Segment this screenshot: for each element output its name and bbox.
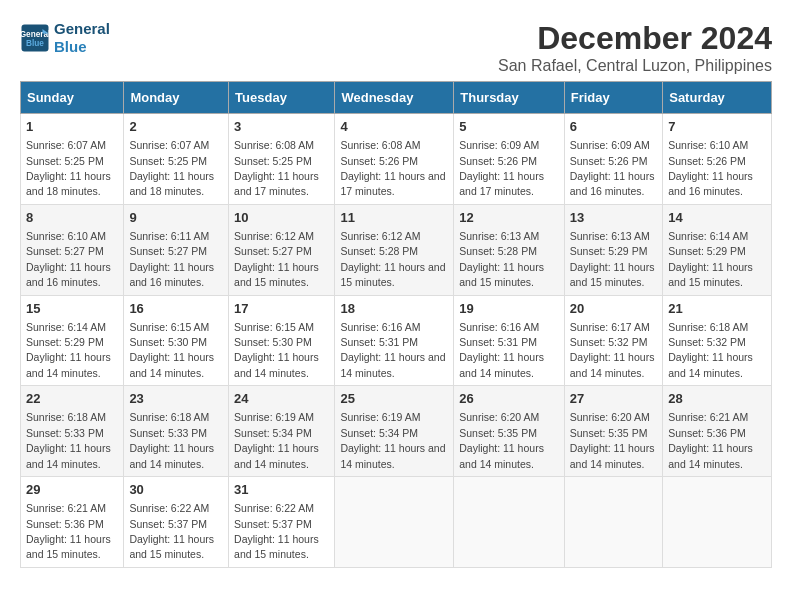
day-number: 3 [234, 118, 329, 136]
day-number: 4 [340, 118, 448, 136]
sunrise-text: Sunrise: 6:08 AM [234, 139, 314, 151]
logo-text: General Blue [54, 20, 110, 56]
day-number: 19 [459, 300, 559, 318]
col-saturday: Saturday [663, 82, 772, 114]
calendar-table: Sunday Monday Tuesday Wednesday Thursday… [20, 81, 772, 568]
calendar-cell: 11 Sunrise: 6:12 AM Sunset: 5:28 PM Dayl… [335, 204, 454, 295]
calendar-week-row: 22 Sunrise: 6:18 AM Sunset: 5:33 PM Dayl… [21, 386, 772, 477]
daylight-text: Daylight: 11 hours and 14 minutes. [234, 442, 319, 469]
sunset-text: Sunset: 5:25 PM [26, 155, 104, 167]
sunrise-text: Sunrise: 6:10 AM [668, 139, 748, 151]
day-number: 21 [668, 300, 766, 318]
sunrise-text: Sunrise: 6:17 AM [570, 321, 650, 333]
sunset-text: Sunset: 5:37 PM [129, 518, 207, 530]
day-number: 9 [129, 209, 223, 227]
sunrise-text: Sunrise: 6:09 AM [570, 139, 650, 151]
day-number: 6 [570, 118, 657, 136]
sunset-text: Sunset: 5:26 PM [570, 155, 648, 167]
sunrise-text: Sunrise: 6:19 AM [340, 411, 420, 423]
sunrise-text: Sunrise: 6:14 AM [668, 230, 748, 242]
calendar-cell: 22 Sunrise: 6:18 AM Sunset: 5:33 PM Dayl… [21, 386, 124, 477]
day-number: 13 [570, 209, 657, 227]
sunrise-text: Sunrise: 6:21 AM [26, 502, 106, 514]
sunrise-text: Sunrise: 6:21 AM [668, 411, 748, 423]
sunrise-text: Sunrise: 6:11 AM [129, 230, 209, 242]
calendar-cell: 30 Sunrise: 6:22 AM Sunset: 5:37 PM Dayl… [124, 477, 229, 568]
col-thursday: Thursday [454, 82, 565, 114]
calendar-cell: 16 Sunrise: 6:15 AM Sunset: 5:30 PM Dayl… [124, 295, 229, 386]
daylight-text: Daylight: 11 hours and 14 minutes. [570, 351, 655, 378]
daylight-text: Daylight: 11 hours and 17 minutes. [459, 170, 544, 197]
sunset-text: Sunset: 5:34 PM [234, 427, 312, 439]
daylight-text: Daylight: 11 hours and 17 minutes. [234, 170, 319, 197]
calendar-cell: 23 Sunrise: 6:18 AM Sunset: 5:33 PM Dayl… [124, 386, 229, 477]
calendar-cell: 5 Sunrise: 6:09 AM Sunset: 5:26 PM Dayli… [454, 114, 565, 205]
daylight-text: Daylight: 11 hours and 15 minutes. [570, 261, 655, 288]
svg-text:Blue: Blue [26, 39, 44, 48]
daylight-text: Daylight: 11 hours and 18 minutes. [26, 170, 111, 197]
sunrise-text: Sunrise: 6:07 AM [129, 139, 209, 151]
day-number: 2 [129, 118, 223, 136]
sunset-text: Sunset: 5:29 PM [570, 245, 648, 257]
daylight-text: Daylight: 11 hours and 15 minutes. [459, 261, 544, 288]
sunset-text: Sunset: 5:36 PM [668, 427, 746, 439]
calendar-cell: 26 Sunrise: 6:20 AM Sunset: 5:35 PM Dayl… [454, 386, 565, 477]
calendar-cell: 13 Sunrise: 6:13 AM Sunset: 5:29 PM Dayl… [564, 204, 662, 295]
sunset-text: Sunset: 5:26 PM [340, 155, 418, 167]
day-number: 16 [129, 300, 223, 318]
sunrise-text: Sunrise: 6:16 AM [340, 321, 420, 333]
calendar-cell: 18 Sunrise: 6:16 AM Sunset: 5:31 PM Dayl… [335, 295, 454, 386]
calendar-cell: 20 Sunrise: 6:17 AM Sunset: 5:32 PM Dayl… [564, 295, 662, 386]
sunrise-text: Sunrise: 6:08 AM [340, 139, 420, 151]
sunrise-text: Sunrise: 6:22 AM [129, 502, 209, 514]
sunset-text: Sunset: 5:33 PM [26, 427, 104, 439]
daylight-text: Daylight: 11 hours and 14 minutes. [26, 442, 111, 469]
daylight-text: Daylight: 11 hours and 15 minutes. [234, 533, 319, 560]
day-number: 7 [668, 118, 766, 136]
day-number: 25 [340, 390, 448, 408]
sunset-text: Sunset: 5:31 PM [459, 336, 537, 348]
daylight-text: Daylight: 11 hours and 14 minutes. [340, 442, 445, 469]
col-tuesday: Tuesday [229, 82, 335, 114]
calendar-cell [454, 477, 565, 568]
calendar-cell [663, 477, 772, 568]
sunset-text: Sunset: 5:28 PM [340, 245, 418, 257]
daylight-text: Daylight: 11 hours and 16 minutes. [26, 261, 111, 288]
day-number: 27 [570, 390, 657, 408]
calendar-cell: 17 Sunrise: 6:15 AM Sunset: 5:30 PM Dayl… [229, 295, 335, 386]
calendar-cell: 2 Sunrise: 6:07 AM Sunset: 5:25 PM Dayli… [124, 114, 229, 205]
sunrise-text: Sunrise: 6:18 AM [129, 411, 209, 423]
day-number: 29 [26, 481, 118, 499]
sunset-text: Sunset: 5:26 PM [668, 155, 746, 167]
day-number: 12 [459, 209, 559, 227]
subtitle: San Rafael, Central Luzon, Philippines [498, 57, 772, 75]
sunrise-text: Sunrise: 6:15 AM [234, 321, 314, 333]
day-number: 1 [26, 118, 118, 136]
daylight-text: Daylight: 11 hours and 14 minutes. [459, 351, 544, 378]
sunrise-text: Sunrise: 6:12 AM [234, 230, 314, 242]
sunrise-text: Sunrise: 6:16 AM [459, 321, 539, 333]
daylight-text: Daylight: 11 hours and 14 minutes. [234, 351, 319, 378]
daylight-text: Daylight: 11 hours and 15 minutes. [340, 261, 445, 288]
day-number: 24 [234, 390, 329, 408]
sunset-text: Sunset: 5:29 PM [668, 245, 746, 257]
sunset-text: Sunset: 5:36 PM [26, 518, 104, 530]
calendar-cell: 15 Sunrise: 6:14 AM Sunset: 5:29 PM Dayl… [21, 295, 124, 386]
col-friday: Friday [564, 82, 662, 114]
calendar-week-row: 15 Sunrise: 6:14 AM Sunset: 5:29 PM Dayl… [21, 295, 772, 386]
sunrise-text: Sunrise: 6:13 AM [459, 230, 539, 242]
day-number: 26 [459, 390, 559, 408]
logo: General Blue General Blue [20, 20, 110, 56]
day-number: 5 [459, 118, 559, 136]
day-number: 17 [234, 300, 329, 318]
calendar-cell: 3 Sunrise: 6:08 AM Sunset: 5:25 PM Dayli… [229, 114, 335, 205]
calendar-cell: 9 Sunrise: 6:11 AM Sunset: 5:27 PM Dayli… [124, 204, 229, 295]
logo-icon: General Blue [20, 23, 50, 53]
page-container: General Blue General Blue December 2024 … [20, 20, 772, 568]
sunrise-text: Sunrise: 6:18 AM [668, 321, 748, 333]
daylight-text: Daylight: 11 hours and 15 minutes. [26, 533, 111, 560]
day-number: 11 [340, 209, 448, 227]
daylight-text: Daylight: 11 hours and 16 minutes. [668, 170, 753, 197]
sunrise-text: Sunrise: 6:14 AM [26, 321, 106, 333]
sunrise-text: Sunrise: 6:19 AM [234, 411, 314, 423]
